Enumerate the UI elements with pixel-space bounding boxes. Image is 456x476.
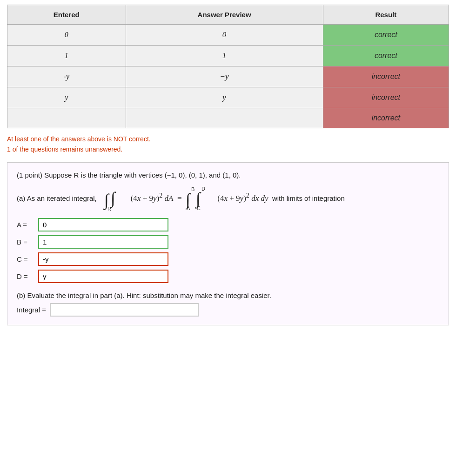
preview-cell-4 (126, 108, 323, 128)
preview-cell-3: y (126, 87, 323, 108)
part-b: (b) Evaluate the integral in part (a). H… (17, 291, 439, 317)
result-cell-0: correct (323, 25, 449, 46)
svg-text:B: B (191, 186, 194, 192)
svg-text:C: C (197, 205, 201, 211)
svg-text:D: D (201, 186, 205, 192)
entered-cell-0: 0 (7, 25, 126, 46)
entered-cell-2: -y (7, 66, 126, 87)
result-cell-4: incorrect (323, 108, 449, 128)
entered-cell-1: 1 (7, 46, 126, 66)
input-row-1: B = (17, 235, 439, 249)
svg-text:R: R (107, 206, 111, 211)
part-b-label: (b) Evaluate the integral in part (a). H… (17, 291, 439, 299)
status-line-2: 1 of the questions remains unanswered. (7, 144, 449, 154)
svg-text:A: A (187, 205, 190, 211)
status-messages: At least one of the answers above is NOT… (7, 134, 449, 155)
status-line-1: At least one of the answers above is NOT… (7, 134, 449, 144)
col-result: Result (323, 5, 449, 25)
input-row-0: A = (17, 218, 439, 231)
preview-cell-0: 0 (126, 25, 323, 46)
preview-cell-2: −y (126, 66, 323, 87)
field-label-0: A = (17, 221, 35, 229)
result-cell-1: correct (323, 46, 449, 66)
field-label-3: D = (17, 272, 35, 280)
integral-label: Integral = (17, 306, 46, 314)
entered-cell-3: y (7, 87, 126, 108)
integral-svg-right: ∫ B A ∫ D C (186, 186, 215, 212)
integral-svg-left: ∫ ∫ R (102, 187, 128, 211)
field-input-0[interactable] (38, 218, 168, 231)
input-fields: A =B =C =D = (17, 218, 439, 283)
field-label-1: B = (17, 238, 35, 246)
preview-cell-1: 1 (126, 46, 323, 66)
integral-input[interactable] (50, 303, 199, 317)
results-table: Entered Answer Preview Result 00correct1… (7, 5, 449, 128)
double-integral-r: ∫ ∫ R (4x + 9y)2 dA = ∫ B A ∫ D C (4x + … (99, 194, 270, 203)
problem-statement: (1 point) Suppose R is the triangle with… (17, 171, 439, 179)
field-input-2[interactable] (38, 252, 168, 266)
part-a-label: (a) As an iterated integral, (17, 194, 97, 202)
part-a-suffix: with limits of integration (272, 194, 345, 202)
problem-box: (1 point) Suppose R is the triangle with… (7, 162, 449, 325)
part-a: (a) As an iterated integral, ∫ ∫ R (4x +… (17, 186, 439, 212)
result-cell-2: incorrect (323, 66, 449, 87)
svg-text:∫: ∫ (110, 189, 116, 208)
input-row-3: D = (17, 270, 439, 283)
col-preview: Answer Preview (126, 5, 323, 25)
field-input-3[interactable] (38, 270, 168, 283)
col-entered: Entered (7, 5, 126, 25)
input-row-2: C = (17, 252, 439, 266)
entered-cell-4 (7, 108, 126, 128)
field-input-1[interactable] (38, 235, 168, 249)
integral-input-row: Integral = (17, 303, 439, 317)
result-cell-3: incorrect (323, 87, 449, 108)
field-label-2: C = (17, 255, 35, 263)
